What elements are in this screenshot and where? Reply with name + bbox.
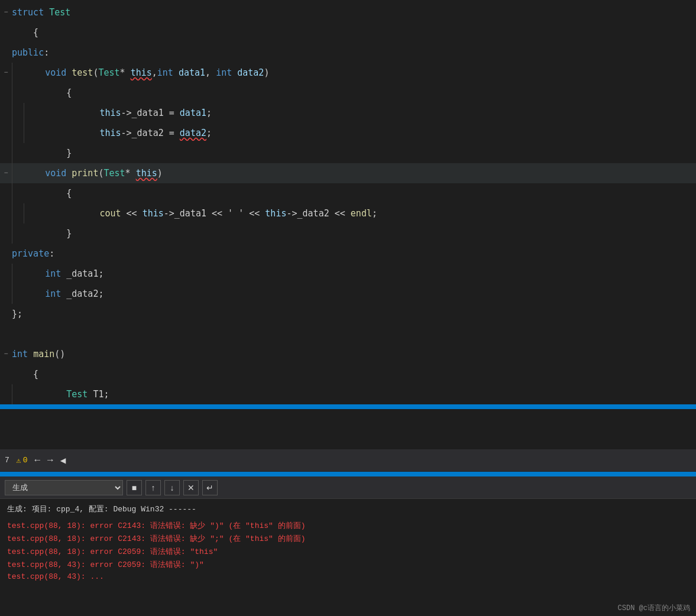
plain-token [24, 389, 66, 400]
error-line[interactable]: test.cpp(88, 43): ... [7, 572, 689, 581]
code-line: Test T1; [0, 384, 696, 404]
plain-token: ->_data1 << ' ' << [164, 208, 266, 219]
code-line: cout << this->_data1 << ' ' << this->_da… [0, 203, 696, 223]
code-content: int main() [12, 344, 65, 364]
code-content: Test T1; [24, 384, 109, 404]
indent-guide [24, 203, 24, 223]
code-content: { [24, 83, 72, 103]
type-token: Test [98, 67, 119, 78]
plain-token: _data2; [61, 288, 103, 299]
plain-token [28, 349, 33, 359]
code-content: } [24, 223, 72, 244]
param-token: this [143, 208, 164, 219]
kw-token: int [12, 349, 28, 359]
indent-guide [12, 203, 12, 223]
collapse-icon[interactable]: − [0, 163, 12, 183]
plain-token [173, 67, 179, 78]
plain-token: ; [372, 208, 377, 219]
code-line: } [0, 143, 696, 163]
plain-token: * [120, 67, 131, 78]
plain-token [24, 288, 45, 299]
code-line: { [0, 364, 696, 384]
code-line: }; [0, 304, 696, 324]
param-token: data2 [237, 67, 264, 78]
code-line: − void test(Test* this,int data1, int da… [0, 63, 696, 83]
scroll-down-btn[interactable]: ↓ [164, 480, 180, 495]
code-line: this->_data2 = data2; [0, 123, 696, 143]
error-line[interactable]: test.cpp(88, 18): error C2143: 语法错误: 缺少 … [7, 520, 689, 531]
plain-token: { [12, 369, 38, 380]
squiggly-token: data2 [180, 128, 206, 138]
indent-guide [24, 103, 24, 123]
editor-status-row: 7 ⚠ 0 ← → ◀ [0, 449, 696, 472]
plain-token [35, 108, 99, 118]
code-content: { [12, 364, 38, 384]
error-line[interactable]: test.cpp(88, 43): error C2059: 语法错误: ")" [7, 559, 689, 570]
kw-token: void [45, 67, 66, 78]
scroll-up-btn[interactable]: ↑ [145, 480, 161, 495]
plain-token: << [121, 208, 143, 219]
horizontal-scrollbar[interactable] [0, 404, 696, 409]
plain-token [24, 168, 45, 179]
code-line: int _data2; [0, 284, 696, 304]
clear-btn[interactable]: ✕ [183, 480, 199, 495]
stop-btn[interactable]: ■ [127, 480, 142, 495]
kw-token: private [12, 248, 49, 259]
error-line[interactable]: test.cpp(88, 18): error C2059: 语法错误: "th… [7, 546, 689, 557]
plain-token: } [24, 148, 72, 158]
code-line: −int main() [0, 344, 696, 364]
kw-token: int [45, 288, 61, 299]
type-token: Test [49, 7, 70, 18]
indent-guide [12, 163, 12, 183]
code-content: public: [12, 43, 49, 63]
plain-token: : [49, 248, 54, 259]
kw-token: int [157, 67, 173, 78]
error-line[interactable]: test.cpp(88, 18): error C2143: 语法错误: 缺少 … [7, 533, 689, 544]
watermark: CSDN @c语言的小菜鸡 [618, 603, 690, 613]
code-line: this->_data1 = data1; [0, 103, 696, 123]
line-number: 7 [5, 456, 9, 465]
fn-token: print [72, 168, 98, 179]
plain-token: ->_data1 = [121, 108, 180, 118]
indent-guide [12, 103, 12, 123]
plain-token: _data1; [61, 268, 103, 279]
code-content: } [24, 143, 72, 163]
indent-guide [12, 183, 12, 203]
param-token: this [265, 208, 286, 219]
plain-token: } [24, 228, 72, 239]
fn-token: test [72, 67, 93, 78]
code-content: void print(Test* this) [24, 163, 163, 183]
indent-guide [12, 384, 12, 404]
kw-token: int [45, 268, 61, 279]
collapse-icon[interactable]: − [0, 344, 12, 364]
indent-guide [12, 83, 12, 103]
output-panel: 生成 ■ ↑ ↓ ✕ ↵ 生成: 项目: cpp_4, 配置: Debug Wi… [0, 475, 696, 616]
code-line: } [0, 223, 696, 244]
plain-token [35, 208, 99, 219]
code-line: int _data1; [0, 264, 696, 284]
wrap-btn[interactable]: ↵ [202, 480, 218, 495]
plain-token: ; [206, 108, 212, 118]
code-content: void test(Test* this,int data1, int data… [24, 63, 269, 83]
collapse-icon[interactable]: − [0, 2, 12, 22]
code-content: int _data1; [24, 264, 103, 284]
param-token: this [131, 67, 152, 78]
macro-token: cout [99, 208, 121, 219]
kw-token: int [216, 67, 232, 78]
collapse-icon[interactable]: − [0, 63, 12, 83]
plain-token: { [12, 27, 38, 38]
plain-token: { [24, 188, 72, 199]
build-header: 生成: 项目: cpp_4, 配置: Debug Win32 ------ [7, 504, 689, 514]
code-content: { [12, 22, 38, 43]
plain-token: ->_data2 << [286, 208, 350, 219]
plain-token: ) [157, 168, 163, 179]
code-line [0, 324, 696, 344]
plain-token: { [24, 87, 72, 98]
plain-token: }; [12, 309, 22, 319]
forward-arrow-btn[interactable]: → [47, 455, 53, 466]
panel-dropdown[interactable]: 生成 [5, 480, 123, 495]
param-token: this [99, 108, 121, 118]
scroll-left-btn[interactable]: ◀ [60, 455, 66, 466]
code-line: private: [0, 244, 696, 264]
back-arrow-btn[interactable]: ← [34, 455, 40, 466]
